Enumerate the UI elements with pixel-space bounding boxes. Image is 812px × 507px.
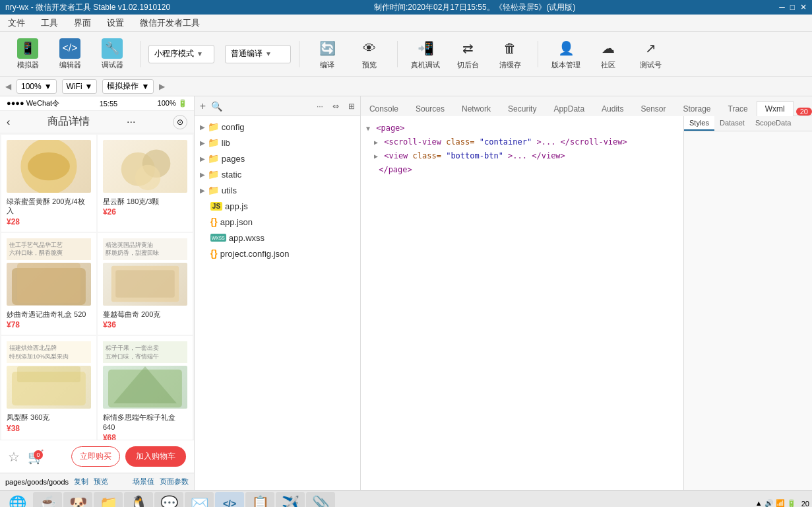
expand-icon[interactable]: ▶ xyxy=(374,139,378,146)
file-add-btn[interactable]: + xyxy=(200,100,206,112)
file-resize-btn[interactable]: ⊞ xyxy=(348,102,355,111)
nav-more-btn[interactable]: ··· xyxy=(127,116,135,128)
svg-point-1 xyxy=(28,152,70,181)
product-card[interactable]: 绿茶蜜蛋黄酥 200克/4枚入 ¥28 xyxy=(1,135,96,232)
taskbar-devtools[interactable]: </> xyxy=(215,492,244,508)
compiler-select[interactable]: 普通编译 ▼ xyxy=(225,45,291,63)
mode-select[interactable]: 小程序模式 ▼ xyxy=(148,45,214,63)
tab-sources[interactable]: Sources xyxy=(407,101,453,116)
real-debug-btn[interactable]: 📲 真机调试 xyxy=(406,36,445,73)
file-item-appjs[interactable]: JS app.js xyxy=(195,198,360,214)
product-card[interactable]: 星云酥 180克/3颗 ¥26 xyxy=(98,135,193,232)
folder-arrow: ▶ xyxy=(200,155,205,162)
json-file-icon: {} xyxy=(210,248,218,259)
zoom-select[interactable]: 100% ▼ xyxy=(16,79,57,94)
operation-value: 模拟操作 xyxy=(107,81,139,92)
max-button[interactable]: □ xyxy=(790,3,795,12)
cart-icon-container[interactable]: 🛒 0 xyxy=(28,449,44,465)
expand-icon[interactable]: ▶ xyxy=(374,152,378,160)
next-page-btn[interactable]: ▶ xyxy=(159,82,165,91)
taskbar-right: ▲ 🔊 📶 🔋 20 xyxy=(755,499,809,507)
file-item-appjson[interactable]: {} app.json xyxy=(195,214,360,230)
add-to-cart-button[interactable]: 加入购物车 xyxy=(125,446,186,467)
tab-network[interactable]: Network xyxy=(453,101,499,116)
close-button[interactable]: ✕ xyxy=(800,3,807,12)
file-item-config[interactable]: ▶ 📁 config xyxy=(195,119,360,135)
taskbar-java[interactable]: ☕ xyxy=(33,492,62,508)
community-btn[interactable]: ☁ 社区 xyxy=(588,36,628,73)
tab-audits[interactable]: Audits xyxy=(593,101,632,116)
buy-now-button[interactable]: 立即购买 xyxy=(71,446,120,467)
folder-icon: 📁 xyxy=(208,153,219,164)
taskbar-app7[interactable]: ✉️ xyxy=(185,492,214,508)
file-search-btn[interactable]: 🔍 xyxy=(211,101,222,112)
tab-trace[interactable]: Trace xyxy=(720,101,757,116)
test-btn[interactable]: ↗ 测试号 xyxy=(631,36,670,73)
compile-btn[interactable]: 🔄 编译 xyxy=(307,36,347,73)
title-bar-right[interactable]: ─ □ ✕ xyxy=(779,3,807,12)
file-item-pages[interactable]: ▶ 📁 pages xyxy=(195,151,360,166)
network-select[interactable]: WiFi ▼ xyxy=(62,79,98,94)
file-item-lib[interactable]: ▶ 📁 lib xyxy=(195,135,360,151)
tab-appdata[interactable]: AppData xyxy=(545,101,593,116)
tab-sensor[interactable]: Sensor xyxy=(632,101,674,116)
product-card[interactable]: 佳工手艺气品华工艺六种口味，酥香脆爽 妙曲奇遇记曲奇礼盒 520 ¥78 xyxy=(1,233,96,335)
tab-console[interactable]: Console xyxy=(361,101,407,116)
taskbar-app10[interactable]: ✈️ xyxy=(276,492,305,508)
version-btn[interactable]: 👤 版本管理 xyxy=(546,36,586,73)
devtools-panel: Console Sources Network Security AppData… xyxy=(361,96,812,490)
tab-wxml[interactable]: Wxml xyxy=(757,101,794,116)
clear-btn[interactable]: 🗑 清缓存 xyxy=(490,36,530,73)
menu-file[interactable]: 文件 xyxy=(5,16,28,30)
taskbar-app5[interactable]: 🐧 xyxy=(124,492,153,508)
taskbar-app4[interactable]: 📁 xyxy=(94,492,123,508)
product-card[interactable]: 精选英国品牌黄油酥脆奶香，甜蜜回味 蔓越莓曲奇 200克 ¥36 xyxy=(98,233,193,335)
expand-icon[interactable]: ▼ xyxy=(366,125,370,132)
file-layout-btn[interactable]: ⇔ xyxy=(332,102,339,111)
toolbar-sep3 xyxy=(397,41,398,67)
side-tab-styles[interactable]: Styles xyxy=(684,116,714,131)
product-card[interactable]: 粽子干果，一套出卖五种口味，寄情端午 粽情多思端午粽子礼盒 640 ¥68 xyxy=(98,336,193,440)
file-item-projectconfig[interactable]: {} project.config.json xyxy=(195,246,360,261)
taskbar-app9[interactable]: 📋 xyxy=(245,492,274,508)
taskbar-wechat[interactable]: 💬 xyxy=(154,492,183,508)
favorite-icon[interactable]: ☆ xyxy=(8,449,20,465)
file-item-utils[interactable]: ▶ 📁 utils xyxy=(195,182,360,198)
file-item-appwxss[interactable]: wxss app.wxss xyxy=(195,230,360,246)
menu-tools[interactable]: 工具 xyxy=(38,16,61,30)
taskbar-app3[interactable]: 🐶 xyxy=(63,492,92,508)
prev-page-btn[interactable]: ◀ xyxy=(5,82,11,91)
product-svg xyxy=(103,140,187,193)
operation-select[interactable]: 模拟操作 ▼ xyxy=(102,79,154,94)
simulator-btn[interactable]: 📱 模拟器 xyxy=(8,36,47,73)
side-tab-scopedata[interactable]: ScopeData xyxy=(750,116,796,131)
side-tab-dataset[interactable]: Dataset xyxy=(714,116,750,131)
preview-btn[interactable]: 👁 预览 xyxy=(350,36,389,73)
debugger-btn[interactable]: 🔧 调试器 xyxy=(92,36,132,73)
editor-btn[interactable]: </> 编辑器 xyxy=(50,36,90,73)
zoom-value: 100% xyxy=(21,82,42,91)
product-image xyxy=(7,263,91,306)
copy-btn[interactable]: 复制 xyxy=(74,477,88,487)
tab-security[interactable]: Security xyxy=(499,101,545,116)
compile-icon: 🔄 xyxy=(317,38,338,59)
menu-settings[interactable]: 设置 xyxy=(104,16,127,30)
file-item-static[interactable]: ▶ 📁 static xyxy=(195,166,360,182)
nav-circle-btn[interactable]: ⊙ xyxy=(173,115,187,129)
scene-label[interactable]: 场景值 xyxy=(133,477,154,487)
backend-btn[interactable]: ⇄ 切后台 xyxy=(448,36,487,73)
back-button[interactable]: ‹ xyxy=(7,116,10,128)
min-button[interactable]: ─ xyxy=(779,3,785,12)
clear-label: 清缓存 xyxy=(499,60,521,70)
param-btn[interactable]: 页面参数 xyxy=(160,477,189,487)
footer-preview-btn[interactable]: 预览 xyxy=(94,477,108,487)
menu-view[interactable]: 界面 xyxy=(71,16,94,30)
taskbar-app11[interactable]: 📎 xyxy=(306,492,335,508)
product-card[interactable]: 福建烘焙西北品牌特别添加10%凤梨果肉 凤梨酥 360克 ¥38 xyxy=(1,336,96,440)
file-more-btn[interactable]: ··· xyxy=(317,102,323,111)
app-title: nry-wx - 微信开发者工具 Stable v1.02.1910120 xyxy=(5,2,170,13)
menu-devtools[interactable]: 微信开发者工具 xyxy=(137,16,203,30)
tab-storage[interactable]: Storage xyxy=(674,101,719,116)
xml-editor[interactable]: ▼ <page> ▶ <scroll-view class= "containe… xyxy=(361,116,683,490)
taskbar-chrome[interactable]: 🌐 xyxy=(3,492,32,508)
